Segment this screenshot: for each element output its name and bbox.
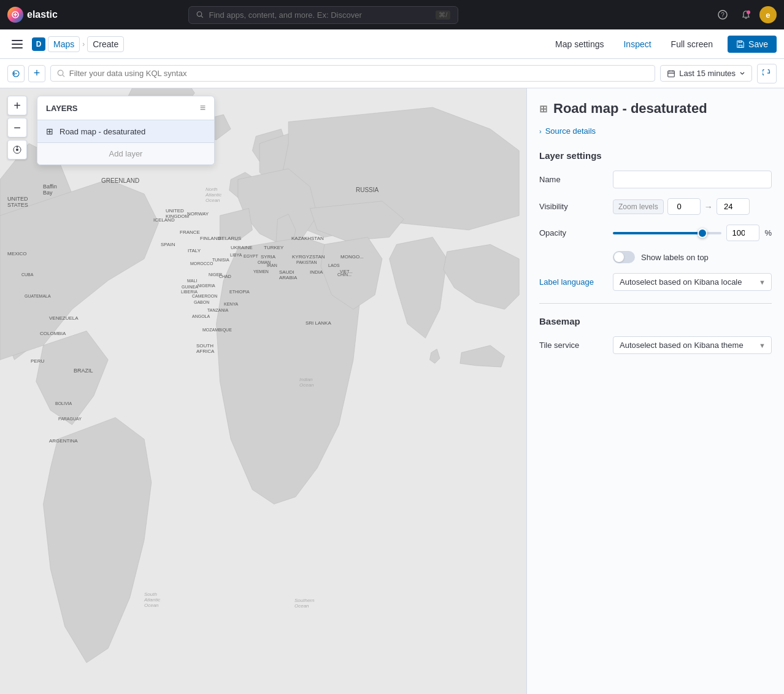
- sidebar-toggle-button[interactable]: [7, 34, 27, 54]
- name-control: [613, 171, 772, 188]
- svg-point-1: [197, 12, 202, 17]
- source-chevron-icon: ›: [539, 128, 542, 135]
- visibility-label: Visibility: [539, 202, 613, 211]
- basemap-section-title: Basemap: [539, 316, 772, 326]
- toggle-row: Show labels on top: [613, 251, 772, 263]
- svg-rect-11: [668, 71, 675, 77]
- notifications-button[interactable]: [736, 5, 756, 25]
- filter-search-icon: [57, 69, 66, 78]
- source-details-row[interactable]: › Source details: [539, 126, 772, 136]
- inspect-button[interactable]: Inspect: [618, 37, 656, 52]
- opacity-label: Opacity: [539, 228, 613, 237]
- visibility-control: Zoom levels →: [613, 198, 772, 215]
- plus-icon: +: [34, 67, 40, 80]
- time-picker-chevron-icon: [739, 71, 745, 77]
- filter-bar-left: +: [7, 65, 45, 82]
- user-avatar[interactable]: e: [759, 6, 777, 23]
- save-icon: [736, 40, 745, 48]
- compass-button[interactable]: [7, 140, 27, 160]
- svg-rect-7: [739, 40, 741, 42]
- nav-right-actions: ? e: [713, 5, 777, 25]
- panel-title-text: Road map - desaturated: [553, 101, 707, 117]
- calendar-icon: [667, 69, 675, 78]
- top-navigation: elastic ⌘/ ? e: [0, 0, 784, 29]
- opacity-row: %: [613, 225, 772, 241]
- map-controls: + −: [7, 96, 27, 160]
- zoom-in-button[interactable]: +: [7, 96, 27, 115]
- save-button[interactable]: Save: [728, 36, 777, 53]
- add-filter-button[interactable]: +: [28, 65, 45, 82]
- section-divider: [539, 303, 772, 304]
- search-input[interactable]: [209, 10, 431, 20]
- kql-filter-input[interactable]: [69, 69, 649, 78]
- name-label: Name: [539, 175, 613, 184]
- name-input[interactable]: [613, 171, 772, 188]
- zoom-out-button[interactable]: −: [7, 118, 27, 137]
- opacity-input[interactable]: [726, 225, 759, 241]
- svg-line-2: [201, 16, 203, 18]
- label-language-select[interactable]: Autoselect based on Kibana locale: [613, 273, 772, 291]
- opacity-slider[interactable]: [613, 232, 721, 234]
- visibility-field-row: Visibility Zoom levels →: [539, 198, 772, 215]
- show-labels-row: Show labels on top: [539, 251, 772, 263]
- kql-filter-input-wrap[interactable]: [50, 65, 655, 82]
- search-shortcut: ⌘/: [436, 10, 450, 20]
- tile-service-select-wrap: Autoselect based on Kibana theme ▼: [613, 336, 772, 354]
- hamburger-line: [12, 47, 23, 48]
- opacity-control: %: [613, 225, 772, 241]
- name-field-row: Name: [539, 171, 772, 188]
- elastic-logo-icon: [7, 7, 23, 23]
- toggle-knob: [614, 252, 624, 262]
- help-button[interactable]: ?: [713, 5, 732, 25]
- time-label: Last 15 minutes: [679, 69, 736, 78]
- time-picker-button[interactable]: Last 15 minutes: [660, 65, 752, 82]
- layers-panel-header: LAYERS ≡: [37, 96, 214, 120]
- slider-thumb: [698, 228, 707, 238]
- svg-point-14: [16, 148, 18, 151]
- refresh-icon: [763, 69, 771, 78]
- layer-item-road-map[interactable]: ⊞ Road map - desaturated: [37, 120, 214, 143]
- full-screen-button[interactable]: Full screen: [666, 37, 718, 52]
- panel-title-row: ⊞ Road map - desaturated: [539, 101, 772, 117]
- breadcrumb-item-d: D: [32, 37, 45, 51]
- show-labels-toggle[interactable]: [613, 251, 635, 263]
- zoom-arrow-icon: →: [704, 202, 713, 212]
- breadcrumb-maps-link[interactable]: Maps: [48, 36, 80, 52]
- breadcrumb-initial-badge: D: [32, 37, 45, 51]
- main-content: GREENLAND UNITEDSTATES BaffinBay MEXICO …: [0, 88, 784, 694]
- refresh-button[interactable]: [757, 64, 777, 83]
- hamburger-line: [12, 40, 23, 41]
- layers-panel: LAYERS ≡ ⊞ Road map - desaturated Add la…: [37, 96, 215, 165]
- zoom-min-input[interactable]: [667, 198, 701, 215]
- filter-bar-right: Last 15 minutes: [660, 64, 777, 83]
- map-settings-button[interactable]: Map settings: [550, 37, 609, 52]
- filter-bar: + Last 15 minutes: [0, 59, 784, 88]
- filter-collapse-button[interactable]: [7, 65, 25, 82]
- collapse-icon: [12, 70, 20, 77]
- tile-service-select[interactable]: Autoselect based on Kibana theme: [613, 336, 772, 354]
- global-search-bar[interactable]: ⌘/: [188, 6, 458, 24]
- search-icon: [196, 10, 204, 19]
- svg-text:?: ?: [721, 12, 724, 18]
- breadcrumb-current-page: Create: [87, 36, 124, 52]
- zoom-max-input[interactable]: [717, 198, 750, 215]
- show-labels-label: Show labels on top: [641, 253, 709, 262]
- breadcrumb-separator: ›: [82, 40, 85, 48]
- right-panel: ⊞ Road map - desaturated › Source detail…: [526, 88, 784, 694]
- tile-service-label: Tile service: [539, 341, 613, 350]
- svg-point-5: [747, 10, 750, 14]
- layer-item-name: Road map - desaturated: [60, 127, 145, 136]
- breadcrumb: D Maps › Create: [32, 36, 124, 52]
- opacity-percent-label: %: [764, 228, 772, 237]
- label-language-select-wrap: Autoselect based on Kibana locale ▼: [613, 273, 772, 291]
- layers-menu-icon[interactable]: ≡: [200, 102, 206, 114]
- tile-service-control: Autoselect based on Kibana theme ▼: [613, 336, 772, 354]
- secondary-bar-right: Map settings Inspect Full screen Save: [550, 36, 777, 53]
- add-layer-button[interactable]: Add layer: [37, 143, 214, 164]
- label-language-row: Label language Autoselect based on Kiban…: [539, 273, 772, 291]
- elastic-logo[interactable]: elastic: [7, 7, 58, 23]
- map-canvas[interactable]: GREENLAND UNITEDSTATES BaffinBay MEXICO …: [0, 88, 526, 694]
- layers-panel-title: LAYERS: [46, 104, 78, 113]
- svg-point-9: [58, 70, 63, 75]
- opacity-field-row: Opacity %: [539, 225, 772, 241]
